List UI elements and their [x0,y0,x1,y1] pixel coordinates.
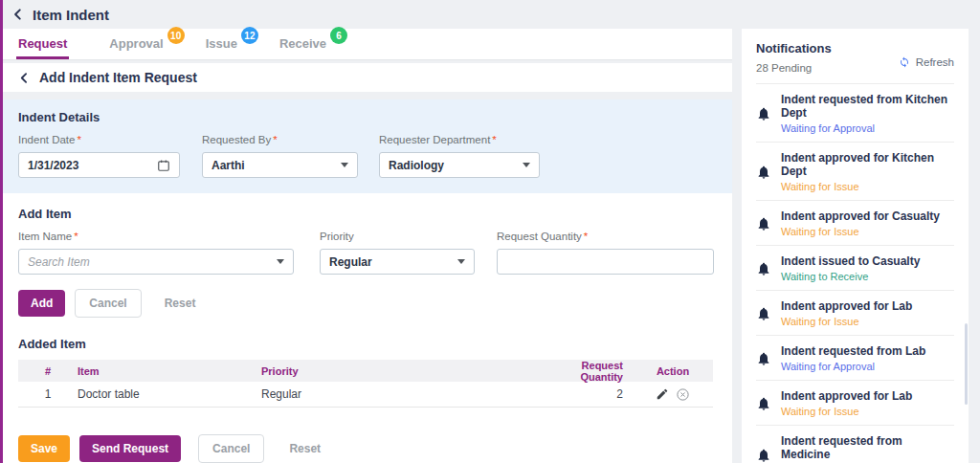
remove-icon[interactable] [676,387,690,402]
notification-item[interactable]: Indent requested from Kitchen Dept Waiti… [756,84,954,143]
bell-icon [756,434,771,463]
requested-by-select[interactable]: Aarthi [202,152,358,178]
refresh-label: Refresh [916,56,954,68]
send-request-button[interactable]: Send Request [79,435,181,462]
calendar-icon[interactable] [157,159,170,172]
back-icon[interactable] [11,8,25,21]
indent-details-section: Indent Details Indent Date* 1/31/2023 Re… [3,99,732,193]
notifications-title: Notifications [756,41,832,55]
notification-title: Indent requested from Kitchen Dept [781,93,954,120]
priority-value: Regular [329,255,372,269]
notification-status: Waiting for Issue [781,226,940,237]
tab-request[interactable]: Request [16,29,69,59]
footer-cancel-button[interactable]: Cancel [198,434,264,463]
main-content: Request Approval 10 Issue 12 Receive 6 A… [3,29,732,463]
col-request-quantity: Request Quantity [539,360,633,383]
indent-details-title: Indent Details [18,110,717,124]
save-button[interactable]: Save [18,435,70,462]
approval-count-badge: 10 [167,27,185,44]
left-accent-strip [0,0,3,463]
footer-reset-button[interactable]: Reset [283,435,326,462]
form-header: Add Indent Item Request [3,63,732,92]
tab-issue-label: Issue [206,36,237,51]
refresh-button[interactable]: Refresh [899,50,954,74]
notification-status: Waiting for Issue [781,406,912,417]
bell-icon [756,93,771,134]
chevron-down-icon [277,259,284,264]
tab-approval[interactable]: Approval 10 [107,29,165,59]
scrollbar-thumb[interactable] [965,323,968,405]
notification-item[interactable]: Indent approved for Casualty Waiting for… [756,201,954,246]
notification-item[interactable]: Indent approved for Lab Waiting for Issu… [756,291,954,336]
page-title: Item Indent [33,7,109,23]
bell-icon [756,254,771,282]
notification-title: Indent approved for Lab [781,389,912,403]
row-item: Doctor table [78,387,261,401]
bell-icon [756,209,771,237]
notifications-panel: Notifications 28 Pending Refresh Indent … [742,29,969,463]
request-quantity-input[interactable] [497,249,714,275]
indent-date-field[interactable]: 1/31/2023 [18,152,180,178]
tab-receive-label: Receive [279,36,326,51]
item-search-input[interactable] [28,255,277,269]
notification-item[interactable]: Indent requested from Medicine Waiting f… [756,426,954,463]
tab-approval-label: Approval [109,36,163,51]
form-card: Indent Details Indent Date* 1/31/2023 Re… [3,99,732,463]
notification-title: Indent requested from Medicine [781,434,954,461]
top-bar: Item Indent [0,0,980,29]
table-row: 1 Doctor table Regular 2 [18,382,713,408]
tab-request-label: Request [18,36,67,51]
notification-item[interactable]: Indent requested from Lab Waiting for Ap… [756,336,954,381]
notification-status: Waiting for Issue [781,316,912,327]
added-item-title: Added Item [18,337,717,351]
tab-issue[interactable]: Issue 12 [204,29,239,59]
add-item-title: Add Item [18,207,717,221]
notification-status: Waiting for Approval [781,122,954,134]
added-item-table: # Item Priority Request Quantity Action … [18,360,713,408]
col-action: Action [633,365,713,377]
requested-by-value: Aarthi [212,159,245,172]
request-quantity-label: Request Quantity* [497,231,714,242]
notification-title: Indent approved for Lab [781,299,912,313]
add-button[interactable]: Add [18,290,65,317]
notification-title: Indent requested from Lab [781,344,925,358]
priority-select[interactable]: Regular [320,249,475,275]
receive-count-badge: 6 [330,27,347,44]
row-num: 1 [18,387,78,401]
notification-item[interactable]: Indent approved for Lab Waiting for Issu… [756,381,954,426]
add-item-section: Add Item Item Name* Priority Regular [3,193,732,463]
bell-icon [756,299,771,327]
requester-department-select[interactable]: Radiology [379,152,540,178]
add-cancel-button[interactable]: Cancel [75,289,141,318]
bell-icon [756,151,771,192]
bell-icon [756,389,771,417]
requester-department-value: Radiology [389,159,444,172]
add-reset-button[interactable]: Reset [159,290,202,317]
form-back-icon[interactable] [18,72,31,84]
tab-bar: Request Approval 10 Issue 12 Receive 6 [3,29,732,60]
col-num: # [18,365,78,377]
form-title: Add Indent Item Request [39,70,197,85]
notification-status: Waiting to Receive [781,271,920,282]
issue-count-badge: 12 [241,27,258,44]
chevron-down-icon [341,163,348,167]
refresh-icon [899,56,910,68]
row-qty: 2 [539,387,633,401]
indent-date-value: 1/31/2023 [28,159,78,172]
item-name-combobox[interactable] [18,249,294,275]
indent-date-label: Indent Date* [18,134,180,145]
col-item: Item [78,365,261,377]
notification-title: Indent approved for Kitchen Dept [781,151,954,178]
notification-status: Waiting for Approval [781,361,925,372]
row-priority: Regular [261,387,539,401]
requested-by-label: Requested By* [202,134,358,145]
chevron-down-icon [523,163,530,167]
notification-item[interactable]: Indent issued to Casualty Waiting to Rec… [756,246,954,291]
item-name-label: Item Name* [18,231,294,242]
chevron-down-icon [457,259,465,264]
notification-item[interactable]: Indent approved for Kitchen Dept Waiting… [756,143,954,201]
pending-count: 28 Pending [756,62,832,74]
tab-receive[interactable]: Receive 6 [278,29,328,59]
edit-icon[interactable] [656,387,669,401]
notification-title: Indent approved for Casualty [781,209,940,223]
